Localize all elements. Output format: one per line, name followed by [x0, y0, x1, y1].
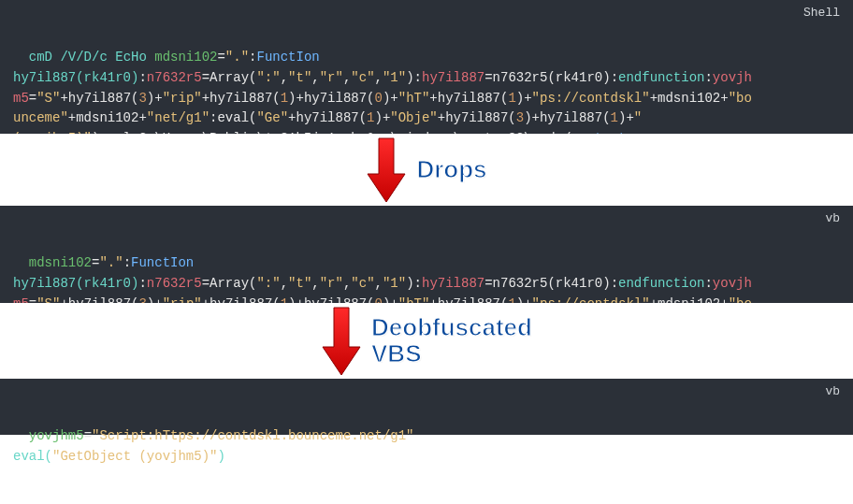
- arrow-label-deobf: Deobfuscated VBS: [371, 315, 532, 367]
- arrow-down-icon: [321, 306, 362, 377]
- code-content-vb-deobf: yovjhm5="Script:hTtps://contdskl.bouncem…: [13, 428, 414, 464]
- arrow-section-deobf: Deobfuscated VBS: [0, 303, 853, 379]
- lang-label-vb1: vb: [825, 209, 840, 228]
- arrow-section-drops: Drops: [0, 134, 853, 206]
- code-block-shell: Shell cmD /V/D/c EcHo mdsni102=".":Funct…: [0, 0, 853, 134]
- code-block-vb-deobf: vb yovjhm5="Script:hTtps://contdskl.boun…: [0, 379, 853, 435]
- arrow-down-icon: [366, 137, 407, 204]
- lang-label-vb2: vb: [825, 382, 840, 401]
- code-block-vb-obf: vb mdsni102=".":FunctIon hy7il887(rk41r0…: [0, 206, 853, 303]
- arrow-label-drops: Drops: [416, 157, 486, 182]
- lang-label-shell: Shell: [803, 4, 840, 22]
